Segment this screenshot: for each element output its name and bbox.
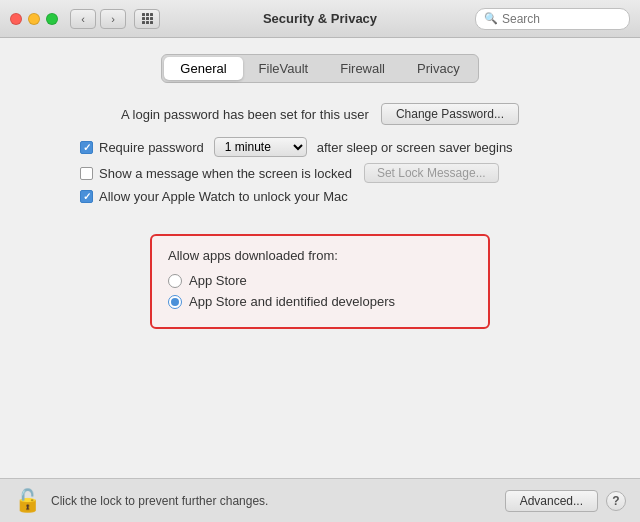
window-title: Security & Privacy	[263, 11, 377, 26]
apple-watch-row: Allow your Apple Watch to unlock your Ma…	[80, 189, 600, 204]
lock-icon: 🔓	[14, 490, 41, 512]
main-content: General FileVault Firewall Privacy A log…	[0, 38, 640, 522]
require-password-label: Require password	[99, 140, 204, 155]
show-message-checkbox[interactable]	[80, 167, 93, 180]
require-password-checkbox[interactable]	[80, 141, 93, 154]
general-panel: A login password has been set for this u…	[40, 103, 600, 349]
password-row: A login password has been set for this u…	[40, 103, 600, 125]
grid-view-button[interactable]	[134, 9, 160, 29]
back-button[interactable]: ‹	[70, 9, 96, 29]
tab-privacy[interactable]: Privacy	[401, 57, 476, 80]
change-password-button[interactable]: Change Password...	[381, 103, 519, 125]
search-box[interactable]: 🔍	[475, 8, 630, 30]
tab-bar: General FileVault Firewall Privacy	[161, 54, 478, 83]
app-store-radio[interactable]	[168, 274, 182, 288]
nav-buttons: ‹ ›	[70, 9, 126, 29]
allow-apps-box: Allow apps downloaded from: App Store Ap…	[150, 234, 490, 329]
search-icon: 🔍	[484, 12, 498, 25]
maximize-button[interactable]	[46, 13, 58, 25]
close-button[interactable]	[10, 13, 22, 25]
forward-button[interactable]: ›	[100, 9, 126, 29]
require-password-row: Require password 1 minute 5 minutes 15 m…	[80, 137, 600, 157]
app-store-label: App Store	[189, 273, 247, 288]
traffic-lights	[10, 13, 58, 25]
show-message-row: Show a message when the screen is locked…	[80, 163, 600, 183]
app-store-radio-row: App Store	[168, 273, 472, 288]
lock-label: Click the lock to prevent further change…	[51, 494, 268, 508]
tab-general[interactable]: General	[164, 57, 242, 80]
help-button[interactable]: ?	[606, 491, 626, 511]
apple-watch-label: Allow your Apple Watch to unlock your Ma…	[99, 189, 348, 204]
interval-select[interactable]: 1 minute 5 minutes 15 minutes 1 hour	[214, 137, 307, 157]
lock-area[interactable]: 🔓 Click the lock to prevent further chan…	[14, 490, 268, 512]
interval-select-wrapper: 1 minute 5 minutes 15 minutes 1 hour	[214, 137, 307, 157]
allow-apps-title: Allow apps downloaded from:	[168, 248, 472, 263]
app-store-developers-label: App Store and identified developers	[189, 294, 395, 309]
tab-filevault[interactable]: FileVault	[243, 57, 325, 80]
footer: 🔓 Click the lock to prevent further chan…	[0, 478, 640, 522]
minimize-button[interactable]	[28, 13, 40, 25]
apple-watch-checkbox[interactable]	[80, 190, 93, 203]
password-info-label: A login password has been set for this u…	[121, 107, 369, 122]
advanced-button[interactable]: Advanced...	[505, 490, 598, 512]
footer-right: Advanced... ?	[505, 490, 626, 512]
set-lock-message-button[interactable]: Set Lock Message...	[364, 163, 499, 183]
app-store-developers-radio[interactable]	[168, 295, 182, 309]
show-message-label: Show a message when the screen is locked	[99, 166, 352, 181]
options-rows: Require password 1 minute 5 minutes 15 m…	[40, 137, 600, 204]
after-label: after sleep or screen saver begins	[317, 140, 513, 155]
tab-firewall[interactable]: Firewall	[324, 57, 401, 80]
search-input[interactable]	[502, 12, 621, 26]
grid-icon	[142, 13, 153, 24]
app-store-developers-radio-row: App Store and identified developers	[168, 294, 472, 309]
titlebar: ‹ › Security & Privacy 🔍	[0, 0, 640, 38]
